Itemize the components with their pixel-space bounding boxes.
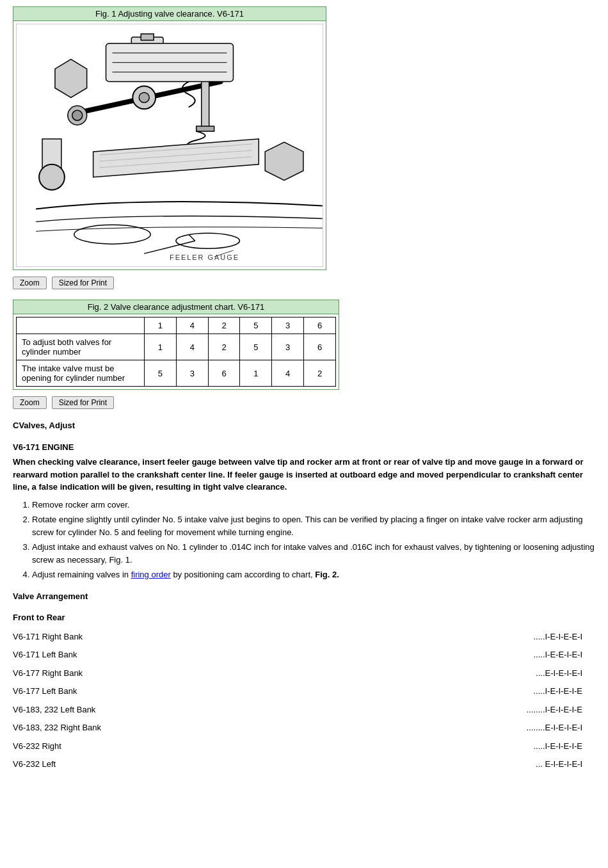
- steps-list: Remove rocker arm cover. Rotate engine s…: [32, 499, 595, 581]
- section1-heading: CValves, Adjust: [13, 419, 595, 432]
- intake-5: 5: [145, 360, 177, 387]
- valve-row-v6232-right: V6-232 Right .....I-E-I-E-I-E: [13, 737, 595, 755]
- valve-row-v6183-left: V6-183, 232 Left Bank ........I-E-I-E-I-…: [13, 700, 595, 719]
- valve-label-v6183-right: V6-183, 232 Right Bank: [13, 719, 333, 737]
- adjust-6: 6: [304, 334, 336, 360]
- figure2-box: Fig. 2 Valve clearance adjustment chart.…: [13, 300, 339, 390]
- intake-6: 6: [208, 360, 240, 387]
- valve-value-v6232-left: ... E-I-E-I-E-I: [333, 755, 596, 774]
- table-header-row: 1 4 2 5 3 6: [17, 317, 336, 334]
- feeler-gauge-label: FEELER GAUGE: [170, 253, 239, 261]
- figure1-buttons: Zoom Sized for Print: [13, 277, 595, 289]
- adjust-3: 3: [272, 334, 304, 360]
- step-4: Adjust remaining valves in firing order …: [32, 568, 595, 581]
- valve-value-v6177-right: ....E-I-E-I-E-I: [333, 664, 596, 682]
- valve-label-v6183-left: V6-183, 232 Left Bank: [13, 700, 333, 719]
- valve-row-v6171-right: V6-171 Right Bank .....I-E-I-E-E-I: [13, 628, 595, 646]
- table-row-intake: The intake valve must be opening for cyl…: [17, 360, 336, 387]
- valve-value-v6183-right: ........E-I-E-I-E-I: [333, 719, 596, 737]
- valve-row-v6171-left: V6-171 Left Bank .....I-E-E-I-E-I: [13, 646, 595, 664]
- step-3: Adjust intake and exhaust valves on No. …: [32, 541, 595, 566]
- valve-row-v6232-left: V6-232 Left ... E-I-E-I-E-I: [13, 755, 595, 774]
- valve-value-v6177-left: .....I-E-I-E-I-E: [333, 682, 596, 701]
- valve-value-v6232-right: .....I-E-I-E-I-E: [333, 737, 596, 755]
- valve-label-v6171-left: V6-171 Left Bank: [13, 646, 333, 664]
- valve-value-v6183-left: ........I-E-I-E-I-E: [333, 700, 596, 719]
- svg-rect-7: [196, 126, 214, 131]
- intro-paragraph: When checking valve clearance, insert fe…: [13, 456, 595, 494]
- valve-label-v6177-left: V6-177 Left Bank: [13, 682, 333, 701]
- header-3: 3: [272, 317, 304, 334]
- header-label-cell: [17, 317, 145, 334]
- header-4: 4: [176, 317, 208, 334]
- valve-label-v6171-right: V6-171 Right Bank: [13, 628, 333, 646]
- engine-svg: FEELER GAUGE: [17, 24, 323, 266]
- figure2-sized-for-print-button[interactable]: Sized for Print: [52, 396, 114, 409]
- valve-value-v6171-right: .....I-E-I-E-E-I: [333, 628, 596, 646]
- step-1: Remove rocker arm cover.: [32, 499, 595, 511]
- valve-label-v6232-left: V6-232 Left: [13, 755, 333, 774]
- firing-order-link[interactable]: firing order: [131, 570, 171, 579]
- adjust-1: 1: [145, 334, 177, 360]
- figure1-box: Fig. 1 Adjusting valve clearance. V6-171: [13, 6, 326, 270]
- svg-rect-6: [202, 79, 209, 130]
- section2-heading: V6-171 ENGINE: [13, 441, 595, 454]
- header-6: 6: [304, 317, 336, 334]
- figure2-title: Fig. 2 Valve clearance adjustment chart.…: [13, 300, 339, 314]
- header-1: 1: [145, 317, 177, 334]
- intake-label: The intake valve must be opening for cyl…: [17, 360, 145, 387]
- step-3-text: Adjust intake and exhaust valves on No. …: [32, 542, 595, 565]
- engine-diagram: FEELER GAUGE: [16, 24, 323, 267]
- step-2: Rotate engine slightly until cylinder No…: [32, 513, 595, 538]
- step-1-text: Remove rocker arm cover.: [32, 500, 129, 510]
- intake-4: 4: [272, 360, 304, 387]
- valve-row-v6183-right: V6-183, 232 Right Bank ........E-I-E-I-E…: [13, 719, 595, 737]
- figure2-zoom-button[interactable]: Zoom: [13, 396, 47, 409]
- valve-row-v6177-left: V6-177 Left Bank .....I-E-I-E-I-E: [13, 682, 595, 701]
- adjust-label: To adjust both valves for cylinder numbe…: [17, 334, 145, 360]
- valve-arrangement-heading: Valve Arrangement: [13, 590, 595, 603]
- figure1-title: Fig. 1 Adjusting valve clearance. V6-171: [13, 7, 326, 21]
- header-5: 5: [240, 317, 272, 334]
- intake-2: 2: [304, 360, 336, 387]
- step-2-text: Rotate engine slightly until cylinder No…: [32, 515, 582, 537]
- figure1-zoom-button[interactable]: Zoom: [13, 277, 47, 289]
- intake-1: 1: [240, 360, 272, 387]
- figure2-table-area: 1 4 2 5 3 6 To adjust both valves for cy…: [13, 314, 339, 389]
- figure2-buttons: Zoom Sized for Print: [13, 396, 595, 409]
- svg-rect-2: [141, 34, 154, 40]
- adjust-5: 5: [240, 334, 272, 360]
- valve-arrangement-table: V6-171 Right Bank .....I-E-I-E-E-I V6-17…: [13, 628, 595, 774]
- adjust-4: 4: [176, 334, 208, 360]
- figure2-container: Fig. 2 Valve clearance adjustment chart.…: [13, 300, 595, 390]
- figure1-container: Fig. 1 Adjusting valve clearance. V6-171: [13, 6, 595, 270]
- valve-label-v6177-right: V6-177 Right Bank: [13, 664, 333, 682]
- svg-point-5: [72, 110, 83, 120]
- valve-value-v6171-left: .....I-E-E-I-E-I: [333, 646, 596, 664]
- table-row-adjust: To adjust both valves for cylinder numbe…: [17, 334, 336, 360]
- content-area: CValves, Adjust V6-171 ENGINE When check…: [13, 419, 595, 774]
- valve-label-v6232-right: V6-232 Right: [13, 737, 333, 755]
- adjust-2: 2: [208, 334, 240, 360]
- front-to-rear-heading: Front to Rear: [13, 611, 595, 624]
- intake-3: 3: [176, 360, 208, 387]
- svg-point-20: [139, 92, 149, 102]
- svg-point-12: [39, 165, 65, 190]
- valve-row-v6177-right: V6-177 Right Bank ....E-I-E-I-E-I: [13, 664, 595, 682]
- header-2: 2: [208, 317, 240, 334]
- valve-clearance-table: 1 4 2 5 3 6 To adjust both valves for cy…: [16, 317, 336, 387]
- figure1-sized-for-print-button[interactable]: Sized for Print: [52, 277, 114, 289]
- figure1-image-area: FEELER GAUGE: [13, 21, 326, 269]
